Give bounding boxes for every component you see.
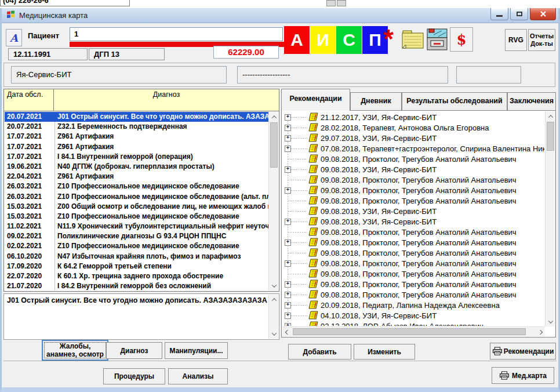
tree-item[interactable]: +09.08.2018, Проктолог, Трегубов Анатоли… (283, 289, 544, 300)
birth-date-field[interactable]: 12.11.1991 (8, 48, 88, 60)
tree-item[interactable]: +09.08.2018, Проктолог, Трегубов Анатоли… (283, 258, 544, 268)
diagnosis-row[interactable]: 17.07.2021I 84.1 Внутренний геморрой (оп… (5, 152, 268, 162)
diagnosis-row[interactable]: 20.07.2021Z32.1 Беременность подтвержден… (5, 122, 268, 132)
scroll-thumb[interactable] (547, 122, 554, 151)
expand-icon[interactable]: + (285, 281, 291, 288)
org-dashes-field[interactable]: ------------------- (237, 66, 448, 84)
tree-item[interactable]: +28.02.2018, Терапевт, Антонова Ольга Ег… (283, 122, 544, 133)
title-bar[interactable]: Медицинская карта (2, 8, 558, 23)
column-header-diagnosis[interactable]: Диагноз (54, 89, 279, 111)
diagnosis-row[interactable]: 17.09.2020К 64.2 Геморрой третьей степен… (5, 262, 268, 271)
scroll-thumb[interactable] (270, 122, 278, 168)
expand-icon[interactable]: + (285, 125, 291, 131)
expand-icon[interactable]: + (285, 187, 291, 194)
tree-item[interactable]: 09.08.2018, Проктолог, Трегубов Анатолий… (283, 268, 544, 279)
expand-icon[interactable]: + (285, 292, 291, 298)
scroll-up-button[interactable] (546, 111, 555, 121)
expand-icon[interactable]: + (285, 114, 291, 121)
rvg-button[interactable]: RVG (505, 29, 527, 51)
scroll-up-button[interactable] (269, 112, 279, 122)
tree-item[interactable]: +09.08.2018, Проктолог, Трегубов Анатоли… (283, 185, 544, 195)
scroll-down-button[interactable] (546, 317, 555, 326)
complaints-anamnesis-button[interactable]: Жалобы, анамнез, осмотр (42, 340, 108, 361)
tree-item[interactable]: +09.08.2018, УЗИ, Яя-Сервис-БИТ (283, 216, 544, 227)
payments-button[interactable]: $ (450, 27, 473, 52)
scroll-thumb[interactable] (293, 328, 526, 335)
diagnosis-row[interactable]: 11.02.2021N11.9 Хронический тубулоинтерс… (5, 222, 268, 231)
diagnosis-row[interactable]: 15.03.2021Z00 Общий осмотр и обследовани… (5, 202, 268, 212)
diagnosis-row[interactable]: 26.03.2021Z10 Профессиональное медицинск… (5, 192, 268, 202)
diagnosis-row[interactable]: 09.02.2021Поликлинические диагнозы G 93.… (5, 231, 268, 241)
expand-icon[interactable]: + (285, 302, 291, 308)
diagnosis-vertical-scrollbar[interactable] (268, 112, 278, 291)
diagnosis-row[interactable]: 22.07.2020К 60.1 Хр. трещина заднего про… (5, 271, 268, 281)
patient-number-field[interactable]: 1 (70, 27, 283, 41)
folder-button[interactable] (401, 27, 425, 52)
clinic-field[interactable]: ДГП 13 (89, 48, 165, 60)
expand-icon[interactable]: + (285, 313, 291, 319)
diagnosis-button[interactable]: Диагноз (106, 342, 162, 359)
organization-field[interactable]: Яя-Сервис-БИТ (11, 66, 227, 84)
edit-button[interactable]: Изменить (354, 344, 415, 360)
procedures-button[interactable]: Процедуры (103, 368, 165, 384)
print-medcard-button[interactable]: Мед.карта (492, 367, 554, 384)
scroll-left-button[interactable] (282, 327, 292, 337)
tab-recommendations[interactable]: Рекомендации (281, 89, 350, 111)
diagnosis-row[interactable]: 26.03.2021Z10 Профессиональное медицинск… (5, 182, 268, 191)
tab-diary[interactable]: Дневник (350, 92, 402, 111)
tree-item[interactable]: 09.08.2018, Проктолог, Трегубов Анатолий… (283, 248, 544, 258)
aisp-letter-button[interactable]: И (310, 26, 336, 54)
card-file-button[interactable] (426, 27, 449, 52)
aisp-letter-button[interactable]: А (284, 26, 310, 54)
tree-item[interactable]: +07.08.2018, Терапевт+гастроэнтеролог, С… (283, 143, 544, 154)
diagnosis-memo[interactable]: J01 Острый синусит. Все что угодно можно… (3, 293, 279, 340)
expand-icon[interactable]: + (285, 219, 291, 225)
aisp-letter-button[interactable]: С (336, 26, 362, 54)
tree-item[interactable]: 09.08.2018, Проктолог, Трегубов Анатолий… (283, 175, 544, 185)
tree-item[interactable]: 09.08.2018, Проктолог, Трегубов Анатолий… (283, 227, 544, 237)
tree-item[interactable]: +09.08.2018, Проктолог, Трегубов Анатоли… (283, 279, 544, 289)
diagnosis-row[interactable]: 22.04.2021Z961 Артифакия (5, 172, 268, 182)
diagnosis-row[interactable]: 15.03.2021Z10 Профессиональное медицинск… (5, 212, 268, 222)
tab-conclusions[interactable]: Заключения (507, 92, 556, 111)
tree-item[interactable]: +02.12.2018, ЛОР, Абызов Иван Александро… (283, 321, 544, 326)
diagnosis-row[interactable]: 21.07.2020I 84.2 Внутренний геморрой без… (5, 281, 268, 291)
analyses-button[interactable]: Анализы (168, 368, 228, 384)
diagnosis-row[interactable]: 02.02.2021Z10 Профессиональное медицинск… (5, 241, 268, 251)
tree-vertical-scrollbar[interactable] (545, 111, 555, 326)
tree-item[interactable]: 09.08.2018, Проктолог, Трегубов Анатолий… (283, 195, 544, 206)
expand-icon[interactable]: + (285, 146, 291, 152)
diagnosis-row[interactable]: 19.06.2021N40 ДГПЖ (доброкач. гиперплази… (5, 162, 268, 172)
scroll-up-button[interactable] (269, 295, 279, 304)
expand-icon[interactable]: + (285, 166, 291, 173)
tree-horizontal-scrollbar[interactable] (282, 326, 545, 336)
tree-item[interactable]: +21.12.2017, УЗИ, Яя-Сервис-БИТ (283, 112, 544, 122)
tree-item[interactable]: +04.10.2018, УЗИ, Яя-Сервис-БИТ (283, 310, 544, 321)
scroll-right-button[interactable] (535, 327, 545, 337)
reports-docs-button[interactable]: Отчеты Док-ты (528, 29, 555, 51)
add-button[interactable]: Добавить (288, 344, 351, 360)
close-button[interactable] (530, 8, 556, 20)
minimize-button[interactable] (490, 8, 508, 20)
expand-icon[interactable]: + (285, 323, 291, 326)
tree-item[interactable]: 09.08.2018, УЗИ, Яя-Сервис-БИТ (283, 206, 544, 216)
manipulations-button[interactable]: Манипуляции... (165, 342, 228, 359)
diagnosis-row[interactable]: 20.07.2021J01 Острый синусит. Все что уг… (5, 112, 268, 122)
tree-item[interactable]: +09.08.2018, УЗИ, Яя-Сервис-БИТ (283, 164, 544, 175)
org-extra-field[interactable] (456, 66, 521, 84)
diagnosis-row[interactable]: 06.10.2020N47 Избыточная крайняя плоть, … (5, 252, 268, 262)
tree-item[interactable]: +29.07.2018, УЗИ, Яя-Сервис-БИТ (283, 133, 544, 143)
print-recommendations-button[interactable]: Рекомендации (490, 343, 556, 360)
tree-item[interactable]: +20.09.2018, Педиатр, Лапина Надежда Але… (283, 300, 544, 310)
memo-vertical-scrollbar[interactable] (268, 295, 278, 339)
diagnosis-row[interactable]: 17.07.2021Z961 Артифакия (5, 142, 268, 152)
expand-icon[interactable]: + (285, 260, 291, 267)
amount-field[interactable]: 62229.00 (213, 46, 279, 59)
diagnosis-row[interactable]: 17.07.2021Z961 Артифакия (5, 132, 268, 141)
expand-icon[interactable]: + (285, 239, 291, 246)
restore-button[interactable] (510, 8, 528, 20)
expand-icon[interactable]: + (285, 135, 291, 141)
scroll-down-button[interactable] (269, 329, 279, 339)
scroll-down-button[interactable] (269, 281, 279, 291)
a-button[interactable]: А (6, 29, 22, 46)
